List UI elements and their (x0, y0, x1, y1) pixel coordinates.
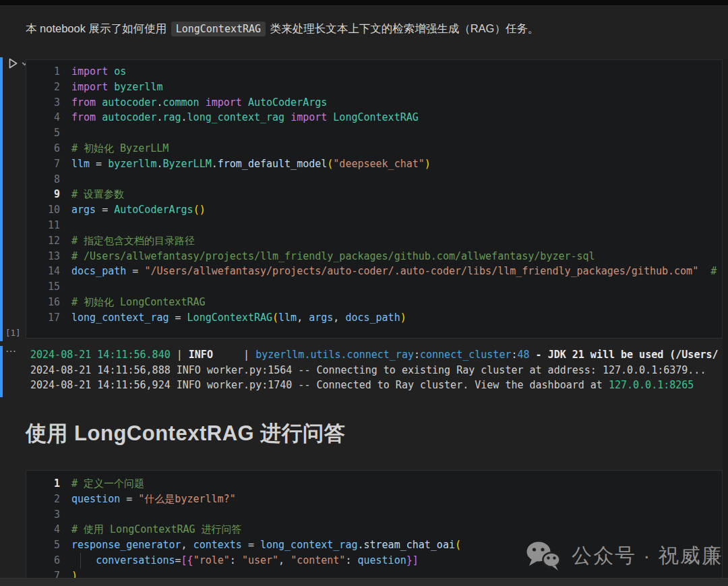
code-text: from autocoder.common import AutoCoderAr… (60, 95, 327, 111)
code-line: 5 (26, 125, 722, 141)
token: docs_path (71, 265, 126, 277)
token: import (291, 111, 327, 123)
token (71, 554, 96, 566)
token: import (206, 96, 242, 109)
token: connect_cluster (420, 349, 511, 361)
token: "什么是byzerllm?" (138, 493, 235, 505)
code-line: 7llm = byzerllm.ByzerLLM.from_default_mo… (26, 156, 722, 172)
token: docs_path (345, 312, 400, 324)
token: llm (278, 312, 297, 324)
run-cell-button[interactable] (7, 57, 19, 69)
token: : (414, 349, 420, 361)
intro-text: 本 notebook 展示了如何使用 (26, 22, 170, 34)
code-text: # 定义一个问题 (60, 476, 144, 492)
token (242, 96, 248, 109)
cell-output-log: 2024-08-21 14:11:56.840 | INFO | byzerll… (30, 347, 728, 393)
code-text: import os (60, 64, 126, 80)
code-text: # /Users/allwefantasy/projects/llm_frien… (60, 249, 595, 264)
token: byzerllm (108, 158, 156, 170)
code-text: llm = byzerllm.ByzerLLM.from_default_mod… (60, 156, 431, 172)
token: 2024-08-21 14:11:56,924 INFO worker.py:1… (30, 379, 609, 391)
play-icon (7, 57, 19, 69)
line-number: 16 (26, 295, 60, 310)
output-line: 2024-08-21 14:11:56.840 | INFO | byzerll… (30, 347, 728, 363)
right-gutter-strip (723, 59, 728, 578)
token: : (345, 554, 357, 566)
token: = (96, 204, 114, 216)
code-line: 3from autocoder.common import AutoCoderA… (26, 95, 722, 111)
token: ( (327, 158, 333, 170)
code-line: 2question = "什么是byzerllm?" (26, 492, 722, 507)
token: "user" (242, 554, 278, 566)
token: long_context_rag (71, 312, 169, 324)
token: common (162, 96, 199, 109)
token (327, 111, 333, 123)
code-text: docs_path = "/Users/allwefantasy/project… (60, 264, 717, 279)
code-text (60, 507, 71, 523)
code-text: # 使用 LongContextRAG 进行问答 (60, 522, 242, 537)
code-text: conversations=[{"role": "user", "content… (60, 553, 419, 568)
code-text (60, 125, 71, 141)
token: = (126, 265, 144, 277)
output-line: 2024-08-21 14:11:56,888 INFO worker.py:1… (30, 363, 728, 378)
code-line: 11 (26, 218, 722, 233)
token: contexts (193, 539, 242, 551)
line-number: 2 (26, 80, 60, 95)
token: = (90, 158, 108, 170)
code-text: response_generator, contexts = long_cont… (60, 537, 461, 553)
token: = (242, 539, 260, 551)
token: from (71, 111, 96, 123)
output-more-actions-icon[interactable]: ⋯ (5, 345, 17, 357)
token (108, 65, 114, 78)
wechat-watermark: 公众号 · 祝威廉 (524, 539, 723, 572)
code-line: 6# 初始化 ByzerLLM (26, 141, 722, 156)
token: from_default_model (218, 158, 328, 170)
wechat-logo-icon (524, 539, 562, 572)
token: 127.0.0.1:8265 (609, 379, 694, 391)
line-number: 11 (26, 218, 60, 233)
token: AutoCoderArgs (248, 96, 327, 109)
editor-top-edge (0, 0, 728, 6)
token: autocoder (102, 96, 156, 109)
token: "content" (291, 554, 345, 566)
watermark-text: 公众号 · 祝威廉 (572, 542, 723, 570)
token: () (193, 204, 206, 216)
code-text: # 初始化 LongContextRAG (60, 295, 206, 310)
token: # 设置参数 (71, 188, 124, 200)
token: # (710, 265, 717, 277)
code-text: args = AutoCoderArgs() (60, 202, 206, 218)
line-number: 1 (26, 64, 60, 80)
token: ) (400, 312, 406, 324)
token: : (511, 349, 517, 361)
token (96, 96, 102, 109)
token: stream_chat_oai (364, 539, 455, 551)
token: : (230, 554, 242, 566)
line-number: 7 (26, 156, 60, 172)
token: AutoCoderArgs (114, 204, 193, 216)
code-line: 2import byzerllm (26, 80, 722, 95)
token: 2024-08-21 14:11:56.840 (30, 349, 171, 361)
code-cell-imports[interactable]: 1import os2import byzerllm3from autocode… (26, 59, 723, 339)
token: , (181, 539, 193, 551)
token: = (175, 554, 181, 566)
token: ) (425, 158, 431, 170)
line-number: 5 (26, 125, 60, 141)
token: INFO (189, 349, 213, 361)
token: = (120, 493, 138, 505)
token: question (71, 493, 120, 505)
token: import (71, 81, 108, 93)
code-text: import byzerllm (60, 80, 162, 95)
token: args (71, 204, 96, 216)
token: }] (406, 554, 419, 566)
token: byzerllm (114, 81, 162, 93)
output-focus-indicator (0, 346, 3, 397)
code-line: 1import os (26, 64, 722, 80)
token: . (181, 111, 187, 123)
section-heading: 使用 LongContextRAG 进行问答 (26, 419, 345, 448)
token: LongContextRAG (187, 312, 272, 324)
token: llm (71, 158, 90, 170)
token: [{ (181, 554, 193, 566)
code-line: 4# 使用 LongContextRAG 进行问答 (26, 522, 722, 537)
token: ByzerLLM (162, 158, 211, 170)
bottom-scrollbar-area[interactable] (0, 578, 728, 586)
